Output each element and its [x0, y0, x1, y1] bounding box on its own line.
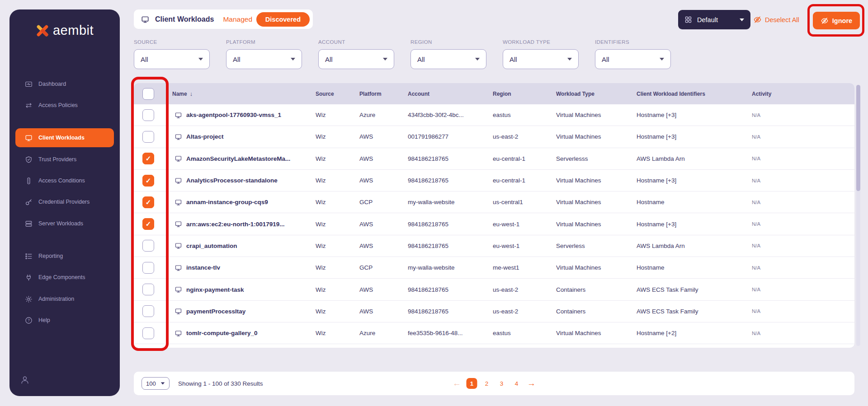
- column-header-source[interactable]: Source: [316, 91, 359, 97]
- tab-discovered[interactable]: Discovered: [256, 12, 310, 27]
- page-size-value: 100: [146, 380, 156, 387]
- page-button-4[interactable]: 4: [511, 378, 522, 389]
- sidebar-item-trust-providers[interactable]: Trust Providers: [15, 150, 114, 169]
- page-button-2[interactable]: 2: [481, 378, 492, 389]
- workload-name-link[interactable]: tomlr-compute-gallery_0: [186, 330, 258, 336]
- sidebar-item-reporting[interactable]: Reporting: [15, 247, 114, 266]
- cell-region: me-west1: [493, 264, 556, 271]
- cell-account: 984186218765: [408, 221, 493, 228]
- prev-page-icon[interactable]: ←: [452, 378, 462, 388]
- row-checkbox[interactable]: ✓: [142, 153, 154, 164]
- column-header-identifiers[interactable]: Client Workload Identifiers: [637, 91, 752, 97]
- cell-account: my-walla-website: [408, 264, 493, 271]
- sidebar-item-label: Access Policies: [38, 102, 78, 108]
- tab-managed[interactable]: Managed: [223, 15, 252, 23]
- cell-source: Wiz: [316, 264, 359, 271]
- row-checkbox[interactable]: [142, 109, 154, 121]
- deselect-all-button[interactable]: Deselect All: [753, 10, 799, 29]
- workload-monitor-icon: [175, 112, 182, 119]
- sidebar-item-credential-providers[interactable]: Credential Providers: [15, 192, 114, 211]
- cell-account: 984186218765: [408, 155, 493, 162]
- next-page-icon[interactable]: →: [526, 378, 537, 388]
- ignore-label: Ignore: [832, 17, 852, 24]
- sidebar-item-label: Access Conditions: [38, 177, 85, 184]
- row-checkbox[interactable]: ✓: [142, 196, 154, 208]
- cell-region: us-east-2: [493, 286, 556, 293]
- chevron-down-icon: [740, 19, 744, 21]
- cell-region: us-central1: [493, 199, 556, 205]
- cell-platform: AWS: [359, 286, 408, 293]
- table-scrollbar-thumb[interactable]: [856, 85, 860, 191]
- sidebar-item-server-workloads[interactable]: Server Workloads: [15, 214, 114, 233]
- arrows-swap-icon: [25, 102, 33, 109]
- workload-monitor-icon: [175, 286, 182, 293]
- workload-name-link[interactable]: Altas-project: [186, 133, 224, 140]
- cell-activity: N/A: [752, 331, 854, 336]
- workload-monitor-icon: [175, 155, 182, 162]
- workload-name-link[interactable]: nginx-payment-task: [186, 286, 244, 293]
- workload-name-link[interactable]: instance-tlv: [186, 264, 220, 271]
- filter-source-select[interactable]: All: [134, 49, 210, 69]
- view-selector-dropdown[interactable]: Default: [678, 10, 750, 29]
- page-button-1[interactable]: 1: [467, 378, 477, 389]
- row-checkbox[interactable]: [142, 284, 154, 295]
- cell-platform: AWS: [359, 221, 408, 228]
- row-checkbox[interactable]: [142, 262, 154, 274]
- sort-descending-icon[interactable]: ↓: [190, 90, 193, 97]
- row-checkbox[interactable]: [142, 240, 154, 252]
- page-header: Client Workloads Managed Discovered: [134, 9, 313, 29]
- filter-label: REGION: [410, 39, 486, 45]
- workload-name-link[interactable]: annam-instance-group-cqs9: [186, 199, 268, 205]
- row-checkbox[interactable]: ✓: [142, 218, 154, 230]
- ignore-button[interactable]: Ignore: [813, 12, 860, 29]
- workload-name-link[interactable]: crapi_automation: [186, 243, 237, 249]
- sidebar-item-label: Server Workloads: [38, 220, 83, 227]
- chevron-down-icon: [660, 58, 664, 61]
- workload-name-link[interactable]: AmazonSecurityLakeMetastoreMa...: [186, 155, 290, 162]
- row-checkbox[interactable]: ✓: [142, 175, 154, 187]
- filter-account-select[interactable]: All: [318, 49, 394, 69]
- column-header-activity[interactable]: Activity: [752, 91, 854, 97]
- column-header-account[interactable]: Account: [408, 91, 493, 97]
- sidebar-item-administration[interactable]: Administration: [15, 289, 114, 308]
- cell-activity: N/A: [752, 308, 854, 314]
- cell-workload-type: Virtual Machines: [556, 221, 637, 228]
- aembit-logo: aembit: [9, 23, 120, 38]
- column-header-name[interactable]: Name: [172, 91, 187, 97]
- filter-platform-select[interactable]: All: [226, 49, 302, 69]
- page-button-3[interactable]: 3: [496, 378, 507, 389]
- table-row: ✓AmazonSecurityLakeMetastoreMa...WizAWS9…: [134, 148, 854, 170]
- filter-identifiers-select[interactable]: All: [595, 49, 671, 69]
- sidebar-item-access-conditions[interactable]: Access Conditions: [15, 171, 114, 190]
- sidebar-item-help[interactable]: ? Help: [15, 311, 114, 330]
- page-size-select[interactable]: 100: [142, 377, 170, 390]
- sidebar-item-dashboard[interactable]: Dashboard: [15, 75, 114, 93]
- filter-workload-type-select[interactable]: All: [503, 49, 579, 69]
- workload-monitor-icon: [175, 199, 182, 206]
- shield-check-icon: [25, 156, 33, 163]
- workload-name-link[interactable]: arn:aws:ec2:eu-north-1:0017919...: [186, 221, 285, 228]
- workload-monitor-icon: [175, 330, 182, 337]
- sidebar-item-label: Credential Providers: [38, 199, 90, 205]
- row-checkbox[interactable]: [142, 305, 154, 317]
- workload-name-link[interactable]: aks-agentpool-17760930-vmss_1: [186, 112, 281, 118]
- row-checkbox[interactable]: [142, 131, 154, 143]
- column-header-platform[interactable]: Platform: [359, 91, 408, 97]
- column-header-region[interactable]: Region: [493, 91, 556, 97]
- chevron-down-icon: [291, 58, 295, 61]
- user-avatar-icon[interactable]: [20, 375, 30, 385]
- row-checkbox[interactable]: [142, 327, 154, 339]
- filter-region-select[interactable]: All: [410, 49, 486, 69]
- sidebar-item-client-workloads[interactable]: Client Workloads: [15, 128, 114, 147]
- cell-source: Wiz: [316, 112, 359, 118]
- sidebar-item-edge-components[interactable]: Edge Components: [15, 268, 114, 287]
- view-selector-value: Default: [697, 16, 718, 23]
- sidebar-item-access-policies[interactable]: Access Policies: [15, 96, 114, 115]
- filter-value: All: [141, 56, 148, 63]
- select-all-checkbox[interactable]: [142, 88, 154, 100]
- workload-name-link[interactable]: paymentProcessItay: [186, 308, 245, 315]
- cell-activity: N/A: [752, 200, 854, 205]
- chevron-down-icon: [567, 58, 572, 61]
- column-header-workload-type[interactable]: Workload Type: [556, 91, 637, 97]
- workload-name-link[interactable]: AnalyticsProcessor-standalone: [186, 177, 278, 184]
